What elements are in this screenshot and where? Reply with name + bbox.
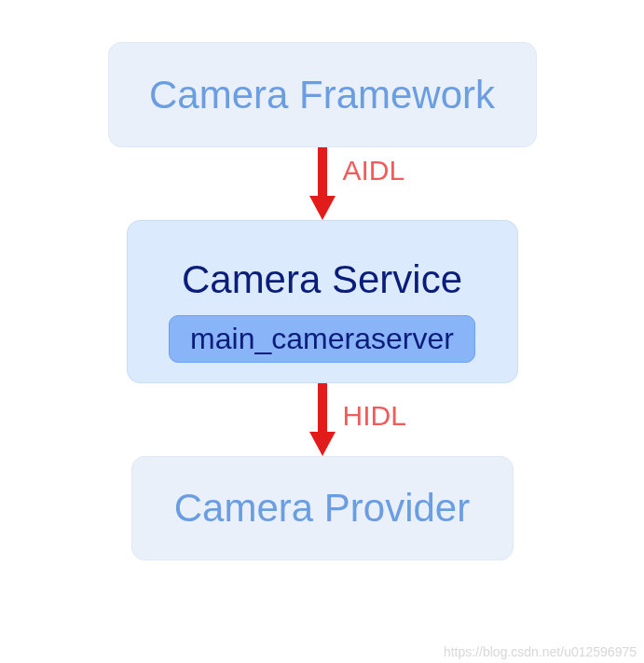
framework-label: Camera Framework: [149, 73, 495, 117]
arrow-down-icon: [308, 383, 336, 456]
aidl-label: AIDL: [343, 155, 405, 186]
svg-marker-3: [309, 432, 336, 456]
service-label: Camera Service: [182, 257, 462, 302]
arrow-aidl-wrap: AIDL: [0, 147, 644, 220]
service-sub-label: main_cameraserver: [190, 322, 454, 355]
provider-box: Camera Provider: [131, 456, 514, 560]
service-sub-box: main_cameraserver: [169, 315, 475, 363]
arrow-hidl-wrap: HIDL: [0, 383, 644, 456]
hidl-label: HIDL: [343, 400, 406, 432]
provider-label: Camera Provider: [174, 486, 470, 531]
service-box: Camera Service main_cameraserver: [127, 220, 518, 383]
arrow-down-icon: [308, 147, 336, 220]
svg-marker-1: [309, 196, 336, 220]
framework-box: Camera Framework: [108, 42, 537, 147]
watermark-text: https://blog.csdn.net/u012596975: [444, 644, 637, 659]
